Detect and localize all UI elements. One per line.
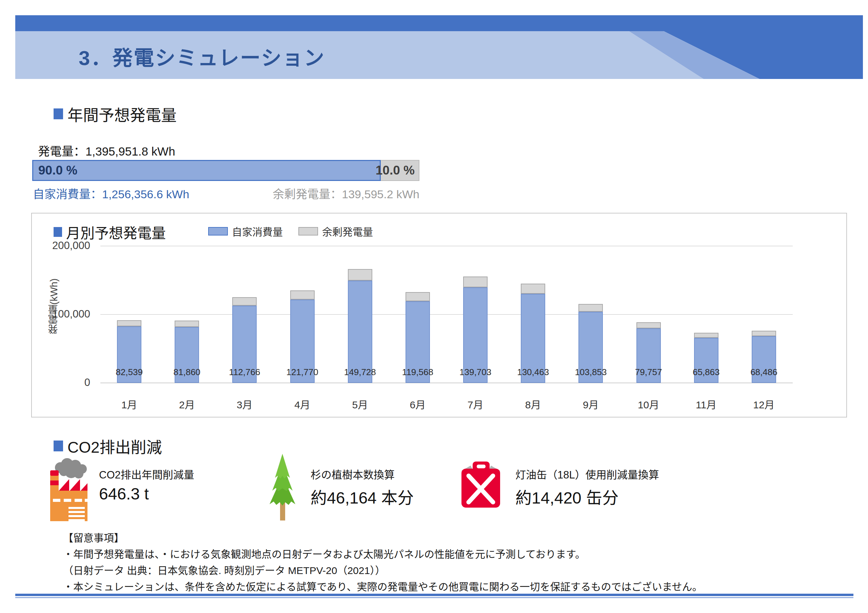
bar-segment-surplus bbox=[694, 333, 718, 338]
bar-segment-surplus bbox=[117, 320, 141, 327]
self-consumption-segment bbox=[32, 160, 381, 181]
notes-line: （日射データ 出典：日本気象協会. 時刻別データ METPV-20（2021）） bbox=[63, 562, 857, 579]
y-axis-tick-label: 100,000 bbox=[32, 308, 90, 320]
bar-value-label: 82,539 bbox=[116, 367, 143, 378]
bar-value-label: 79,757 bbox=[635, 367, 662, 378]
notes-line: ・年間予想発電量は、・における気象観測地点の日射データおよび太陽光パネルの性能値… bbox=[63, 546, 857, 562]
plot-area: 82,53981,860112,766121,770149,728119,568… bbox=[100, 214, 793, 383]
gridline bbox=[100, 314, 793, 315]
co2-item-value: 約46,164 本分 bbox=[311, 485, 414, 508]
kerosene-can-icon bbox=[460, 460, 502, 508]
co2-section-header: CO2排出削減 bbox=[54, 435, 162, 457]
factory-icon bbox=[47, 457, 90, 522]
bar-value-label: 121,770 bbox=[287, 367, 318, 378]
notes-block: 【留意事項】 ・年間予想発電量は、・における気象観測地点の日射データおよび太陽光… bbox=[63, 530, 857, 595]
x-axis-month-label: 3月 bbox=[237, 396, 253, 412]
co2-item-label: 杉の植樹本数換算 bbox=[311, 466, 395, 481]
notes-line: ・本シミュレーションは、条件を含めた仮定による試算であり、実際の発電量やその他買… bbox=[63, 579, 857, 595]
x-axis-month-label: 2月 bbox=[179, 396, 195, 412]
x-axis-month-label: 11月 bbox=[696, 396, 716, 412]
monthly-chart: 月別予想発電量 自家消費量余剰発電量 発電量(kWh) 82,53981,860… bbox=[31, 213, 847, 418]
blue-square-bullet-icon bbox=[54, 227, 62, 237]
bar-segment-surplus bbox=[636, 322, 661, 328]
slide-page: 3．発電シミュレーション 年間予想発電量 発電量：1,395,951.8 kWh… bbox=[0, 0, 868, 613]
annual-section-header: 年間予想発電量 bbox=[54, 103, 177, 125]
footer-rule-thick bbox=[15, 594, 853, 596]
co2-item-value: 約14,420 缶分 bbox=[515, 485, 618, 508]
bar-value-label: 65,863 bbox=[693, 367, 720, 378]
y-axis-tick-label: 200,000 bbox=[32, 240, 90, 252]
notes-heading: 【留意事項】 bbox=[63, 530, 857, 546]
surplus-detail: 余剰発電量：139,595.2 kWh bbox=[32, 185, 419, 201]
y-axis-tick-label: 0 bbox=[32, 376, 90, 389]
bar-value-label: 68,486 bbox=[750, 367, 778, 378]
co2-item-label: 灯油缶（18L）使用削減量換算 bbox=[515, 466, 659, 481]
y-axis-title: 発電量(kWh) bbox=[47, 270, 61, 334]
gridline bbox=[100, 382, 793, 383]
blue-square-bullet-icon bbox=[54, 108, 63, 119]
total-generation-text: 発電量：1,395,951.8 kWh bbox=[38, 142, 175, 159]
bar-segment-surplus bbox=[578, 304, 603, 312]
bar-value-label: 139,703 bbox=[459, 367, 491, 378]
bar-value-label: 112,766 bbox=[229, 367, 260, 378]
bar-segment-surplus bbox=[232, 297, 257, 306]
page-title: 3．発電シミュレーション bbox=[79, 41, 325, 71]
bar-value-label: 119,568 bbox=[402, 367, 433, 378]
x-axis-month-label: 8月 bbox=[525, 396, 541, 412]
bar-segment-surplus bbox=[752, 331, 776, 336]
co2-item-label: CO2排出年間削減量 bbox=[99, 466, 194, 481]
bar-segment-surplus bbox=[463, 277, 488, 287]
bar-value-label: 81,860 bbox=[174, 367, 201, 378]
blue-square-bullet-icon bbox=[54, 441, 63, 451]
consumption-ratio-bar: 90.0 % 10.0 % bbox=[32, 160, 419, 181]
annual-section-title: 年間予想発電量 bbox=[67, 103, 177, 125]
x-axis-month-label: 9月 bbox=[583, 396, 599, 412]
bar-segment-surplus bbox=[348, 269, 372, 280]
bar-segment-surplus bbox=[521, 283, 545, 293]
x-axis-month-label: 6月 bbox=[410, 396, 426, 412]
gridline bbox=[100, 246, 793, 246]
bar-segment-surplus bbox=[290, 290, 315, 300]
co2-section-title: CO2排出削減 bbox=[67, 435, 162, 457]
self-consumption-percent: 90.0 % bbox=[38, 163, 77, 178]
bar-value-label: 103,853 bbox=[575, 367, 607, 378]
x-axis-month-label: 1月 bbox=[121, 396, 137, 412]
footer-rule-thin bbox=[15, 597, 853, 598]
bar-value-label: 149,728 bbox=[344, 367, 376, 378]
co2-item-value: 646.3 t bbox=[99, 485, 149, 503]
surplus-percent: 10.0 % bbox=[376, 163, 415, 178]
x-axis-month-label: 12月 bbox=[753, 396, 774, 412]
bar-segment-surplus bbox=[406, 292, 430, 301]
bar-value-label: 130,463 bbox=[517, 367, 549, 378]
cedar-tree-icon bbox=[265, 453, 300, 520]
x-axis-month-label: 10月 bbox=[638, 396, 659, 412]
x-axis-month-label: 7月 bbox=[468, 396, 484, 412]
x-axis-month-label: 5月 bbox=[352, 396, 368, 412]
x-axis-month-label: 4月 bbox=[294, 396, 310, 412]
bar-segment-surplus bbox=[175, 320, 199, 327]
